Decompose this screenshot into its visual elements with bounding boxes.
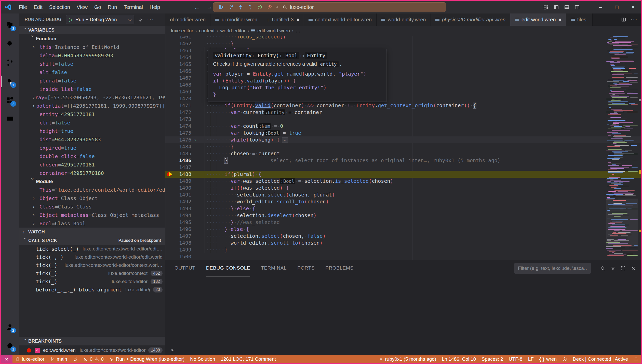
code-line-1472[interactable]: 1472········var·current:Entity·=·contain… <box>165 109 641 116</box>
call-stack-section-header[interactable]: › CALL STACK Paused on breakpoint <box>19 236 165 245</box>
gutter-icon-cell[interactable] <box>165 164 175 171</box>
variable-row[interactable]: shift = false <box>19 60 165 68</box>
code-line-1461[interactable]: 1461··········focus_selected() <box>165 36 641 40</box>
gutter-icon-cell[interactable] <box>165 240 175 246</box>
variable-row[interactable]: ›this = Instance of EditWorld <box>19 43 165 51</box>
variable-row[interactable]: dist = 944.82379309583 <box>19 135 165 144</box>
variable-row[interactable]: plural = false <box>19 76 165 85</box>
variable-row[interactable]: inside_list = false <box>19 85 165 93</box>
menu-terminal[interactable]: Terminal <box>120 3 146 11</box>
fold-chevron[interactable] <box>191 123 199 130</box>
line-number[interactable]: 1469 <box>175 88 191 95</box>
code-line-1486[interactable]: 1486······}select; select root of instan… <box>165 157 641 164</box>
panel-tab-terminal[interactable]: TERMINAL <box>261 260 287 276</box>
editor-more-actions-icon[interactable]: ··· <box>631 16 638 23</box>
line-number[interactable]: 1476 <box>175 136 191 143</box>
code-line-1497[interactable]: 1497········selection.select(chosen,·fal… <box>165 233 641 240</box>
fold-chevron[interactable] <box>191 157 199 164</box>
code-line-1494[interactable]: 1494··········selection.deselect(chosen) <box>165 212 641 219</box>
variable-row[interactable]: ›potential = [[42951770181, 1999.9998779… <box>19 102 165 110</box>
line-number[interactable]: 1487 <box>175 164 191 171</box>
menu-file[interactable]: File <box>16 3 30 11</box>
line-number[interactable]: 1467 <box>175 75 191 81</box>
fold-chevron[interactable] <box>191 198 199 205</box>
fold-chevron[interactable] <box>191 116 199 123</box>
line-number[interactable]: 1485 <box>175 150 191 157</box>
stack-frame[interactable]: tick(_,_)luxe.editor/context/world-edito… <box>19 253 165 261</box>
variable-scope-function[interactable]: ›Function <box>19 34 165 43</box>
code-area[interactable]: 1461··········focus_selected()1462······… <box>165 36 641 260</box>
console-prompt[interactable]: > <box>170 347 174 353</box>
toggle-secondary-sidebar-icon[interactable] <box>574 4 580 10</box>
debug-console-filter[interactable] <box>514 263 591 274</box>
fold-chevron[interactable] <box>191 95 199 102</box>
line-number[interactable]: 1491 <box>175 191 191 198</box>
gutter-icon-cell[interactable] <box>165 102 175 109</box>
breadcrumb-item[interactable]: world-editor <box>220 28 246 34</box>
status-indentation[interactable]: Spaces: 2 <box>479 355 506 363</box>
code-line-1500[interactable]: 1500 <box>165 253 641 260</box>
fold-chevron[interactable] <box>191 246 199 253</box>
gutter-icon-cell[interactable] <box>165 88 175 95</box>
line-number[interactable]: 1489 <box>175 178 191 185</box>
variable-row[interactable]: ctrl = false <box>19 118 165 127</box>
continue-button[interactable] <box>217 3 225 11</box>
line-number[interactable]: 1475 <box>175 130 191 136</box>
line-number[interactable]: 1496 <box>175 226 191 233</box>
stack-frame[interactable]: tick(_)luxe.editor/context/world-editor/… <box>19 261 165 269</box>
activity-accounts[interactable]: 2 <box>1 317 19 336</box>
fold-chevron[interactable] <box>191 88 199 95</box>
fold-chevron[interactable] <box>191 130 199 136</box>
status-sync[interactable] <box>70 355 81 363</box>
code-line-1484[interactable]: 1484········} <box>165 143 641 150</box>
restart-button[interactable] <box>256 3 264 11</box>
code-line-1490[interactable]: 1490········if(!was_selected)·{ <box>165 185 641 191</box>
code-line-1476[interactable]: 1476›········while(looking)·{⋯ <box>165 136 641 143</box>
line-number[interactable]: 1484 <box>175 143 191 150</box>
toolbar-drag-handle[interactable] <box>276 6 278 8</box>
gutter-icon-cell[interactable] <box>165 136 175 143</box>
tab-edit-world-wren[interactable]: edit.world.wren <box>510 13 566 26</box>
variable-row[interactable]: chosen = 42951770181 <box>19 160 165 169</box>
fold-chevron[interactable] <box>191 54 199 61</box>
line-number[interactable]: 1490 <box>175 185 191 191</box>
fold-chevron[interactable] <box>191 178 199 185</box>
gutter-icon-cell[interactable] <box>165 75 175 81</box>
gutter-icon-cell[interactable] <box>165 130 175 136</box>
status-deck-status[interactable]: Deck | Connected | Active <box>570 355 631 363</box>
gutter-icon-cell[interactable] <box>165 246 175 253</box>
nav-back-icon[interactable]: ← <box>194 4 200 11</box>
panel-tab-ports[interactable]: PORTS <box>297 260 315 276</box>
line-number[interactable]: 1461 <box>175 36 191 40</box>
fold-chevron[interactable] <box>191 253 199 260</box>
status-debug-status[interactable]: Run + Debug Wren (luxe-editor) <box>106 355 187 363</box>
gutter-icon-cell[interactable] <box>165 205 175 212</box>
panel-tab-debug-console[interactable]: DEBUG CONSOLE <box>206 260 250 276</box>
fold-chevron[interactable] <box>191 40 199 47</box>
variable-row[interactable]: height = true <box>19 127 165 135</box>
line-number[interactable]: 1497 <box>175 233 191 240</box>
status-loc[interactable]: 1261 LOC, 171 Comment <box>218 355 279 363</box>
line-number[interactable]: 1486 <box>175 157 191 164</box>
line-number[interactable]: 1465 <box>175 61 191 68</box>
variable-row[interactable]: entity = 42951770181 <box>19 110 165 118</box>
line-number[interactable]: 1498 <box>175 240 191 246</box>
breakpoints-section-header[interactable]: › BREAKPOINTS <box>19 337 165 345</box>
gutter-icon-cell[interactable] <box>165 36 175 40</box>
fold-chevron[interactable] <box>191 185 199 191</box>
variable-row[interactable]: expired = true <box>19 144 165 152</box>
fold-chevron[interactable] <box>191 219 199 226</box>
variable-row[interactable]: container = 42951770180 <box>19 169 165 177</box>
more-actions-icon[interactable]: ··· <box>147 16 154 23</box>
status-encoding[interactable]: UTF-8 <box>506 355 525 363</box>
gutter-icon-cell[interactable] <box>165 233 175 240</box>
gutter-icon-cell[interactable] <box>165 143 175 150</box>
line-number[interactable]: 1470 <box>175 95 191 102</box>
line-number[interactable]: 1464 <box>175 54 191 61</box>
toggle-sidebar-icon[interactable] <box>553 4 559 10</box>
step-out-button[interactable] <box>246 3 255 11</box>
variable-row[interactable]: double_click = false <box>19 152 165 160</box>
fold-chevron[interactable] <box>191 102 199 109</box>
breadcrumb[interactable]: luxe.editor›context›world-editor›edit.wo… <box>165 26 641 36</box>
stack-frame[interactable]: tick(_)luxe.editor/editor132 <box>19 277 165 286</box>
